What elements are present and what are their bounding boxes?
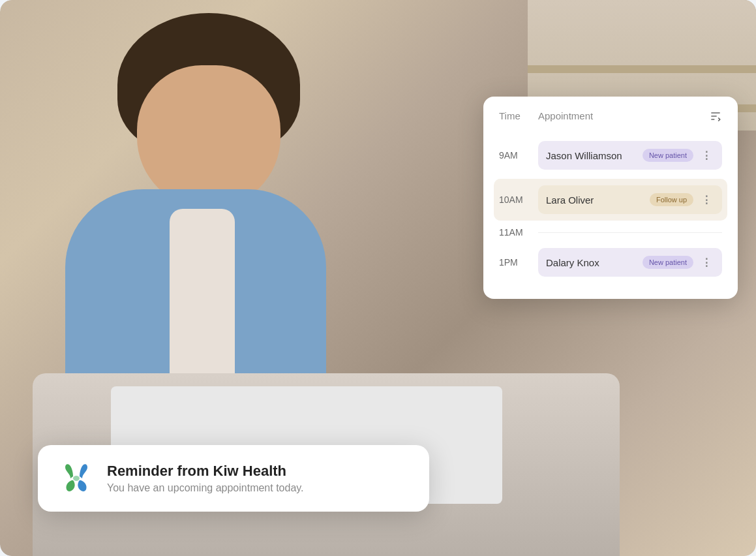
time-col-label: Time (499, 110, 521, 121)
appointment-right-10am: Follow up ⋮ (650, 192, 714, 208)
patient-name-1pm: Dalary Knox (546, 257, 599, 268)
main-container: Time Appointment 9AM Jason Williamson N (0, 0, 756, 556)
appointment-row-1pm: 1PM Dalary Knox New patient ⋮ (499, 241, 722, 283)
notification-card: Reminder from Kiw Health You have an upc… (38, 445, 429, 512)
appointment-card: Time Appointment 9AM Jason Williamson N (483, 97, 738, 299)
appointment-row-10am: 10AM Lara Oliver Follow up ⋮ (494, 179, 727, 221)
appointment-content-1pm[interactable]: Dalary Knox New patient ⋮ (538, 248, 722, 277)
more-options-9am[interactable]: ⋮ (699, 147, 714, 163)
sort-icon[interactable] (709, 110, 722, 123)
svg-point-3 (73, 476, 80, 481)
appointment-column-header: Appointment (538, 110, 709, 122)
divider-line-11am (538, 232, 722, 233)
time-11am: 11AM (499, 227, 538, 238)
time-9am: 9AM (499, 150, 538, 161)
notification-text-block: Reminder from Kiw Health You have an upc… (107, 463, 408, 494)
badge-9am: New patient (643, 149, 693, 162)
person-face (137, 65, 280, 209)
appointment-row-9am: 9AM Jason Williamson New patient ⋮ (499, 134, 722, 176)
patient-name-10am: Lara Oliver (546, 194, 594, 206)
shelf-line-1 (528, 65, 756, 73)
time-1pm: 1PM (499, 257, 538, 268)
more-options-10am[interactable]: ⋮ (699, 192, 714, 208)
row-11am: 11AM (499, 223, 722, 241)
appointment-content-9am[interactable]: Jason Williamson New patient ⋮ (538, 141, 722, 170)
time-10am: 10AM (499, 194, 538, 205)
card-header: Time Appointment (499, 110, 722, 123)
notification-title: Reminder from Kiw Health (107, 463, 408, 480)
appointment-right-9am: New patient ⋮ (643, 147, 714, 163)
appointment-right-1pm: New patient ⋮ (643, 255, 714, 270)
more-options-1pm[interactable]: ⋮ (699, 255, 714, 270)
badge-10am: Follow up (650, 193, 693, 206)
kiw-health-logo (59, 461, 94, 496)
patient-name-9am: Jason Williamson (546, 150, 622, 161)
appointment-col-label: Appointment (538, 110, 593, 121)
appointment-content-10am[interactable]: Lara Oliver Follow up ⋮ (538, 185, 722, 214)
notification-subtitle: You have an upcoming appointment today. (107, 482, 408, 494)
time-column-header: Time (499, 110, 538, 122)
badge-1pm: New patient (643, 256, 693, 269)
